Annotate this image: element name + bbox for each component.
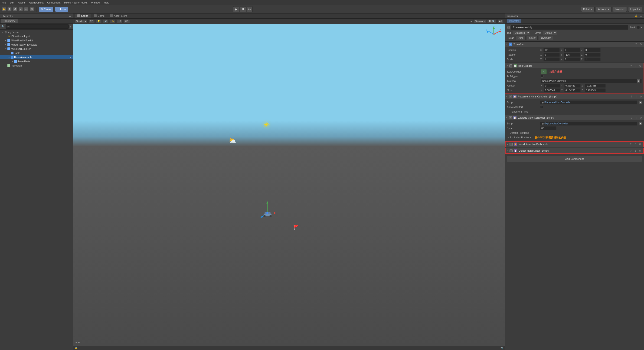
scene-tab[interactable]: Scene <box>75 14 90 18</box>
material-ref[interactable]: None (Physic Material) ◉ <box>541 79 642 83</box>
nearinteraction-overflow[interactable]: ⋮ <box>634 142 637 146</box>
pos-y-input[interactable] <box>564 48 580 52</box>
objectmanipulator-enabled[interactable] <box>510 149 512 152</box>
scale-tool-btn[interactable]: ⤢ <box>18 7 23 12</box>
tree-item-roverparts[interactable]: ▸ RoverParts <box>0 59 73 64</box>
layers-all-btn[interactable]: All 🔍 <box>487 19 496 24</box>
audio-toggle[interactable]: 🔊 <box>103 19 109 24</box>
istrigger-checkbox[interactable] <box>541 75 544 78</box>
rect-tool-btn[interactable]: ▭ <box>24 7 28 12</box>
rot-z-input[interactable] <box>584 53 600 57</box>
shading-btn[interactable]: Shaded ▾ <box>74 19 88 24</box>
center-x-input[interactable] <box>544 84 560 88</box>
transform-tool-btn[interactable]: ⊞ <box>30 7 34 12</box>
nav-arrow-left[interactable]: ◀ <box>470 20 472 23</box>
scale-y-input[interactable] <box>564 57 580 61</box>
hierarchy-add-btn[interactable]: + <box>70 25 72 28</box>
add-component-btn[interactable]: Add Component <box>507 156 642 162</box>
placementhints-enabled[interactable]: ✓ <box>509 95 512 98</box>
tree-item-table[interactable]: Table <box>0 51 73 55</box>
menu-assets[interactable]: Assets <box>18 1 26 4</box>
layer-select[interactable]: Default <box>543 31 557 35</box>
pos-z-input[interactable] <box>584 48 600 52</box>
rover-object[interactable] <box>258 200 276 224</box>
tree-item-roverassembly[interactable]: ▸ RoverAssembly ▸ <box>0 55 73 59</box>
tree-item-myprefab[interactable]: myPrefab <box>0 64 73 68</box>
layout-btn[interactable]: Layout ▾ <box>628 7 642 12</box>
menu-edit[interactable]: Edit <box>10 1 14 4</box>
static-checkbox[interactable] <box>637 26 640 29</box>
size-x-input[interactable] <box>544 88 560 92</box>
search-input[interactable] <box>6 25 69 29</box>
phscript-ref[interactable]: ◉ PlacementHintsController <box>540 100 637 104</box>
menu-gameobject[interactable]: GameObject <box>29 1 44 4</box>
hierarchy-tab[interactable]: ▾ Hierarchy <box>1 19 18 23</box>
explodeview-settings[interactable]: ⚙ <box>639 116 642 119</box>
size-z-input[interactable] <box>585 88 606 92</box>
explodeview-enabled[interactable]: ✓ <box>509 116 512 119</box>
rot-y-input[interactable] <box>564 53 580 57</box>
obj-name-input[interactable] <box>511 25 628 30</box>
hand-tool-btn[interactable]: ✋ <box>2 7 6 12</box>
placementhints-header[interactable]: ▾ ✓ 📋 Placement Hints Controller (Script… <box>505 94 644 99</box>
play-btn[interactable]: ▶ <box>233 6 239 12</box>
tree-item-dirlight[interactable]: ☀ Directional Light <box>0 34 73 38</box>
game-tab[interactable]: Game <box>92 14 107 18</box>
fx-toggle[interactable]: ✨ <box>110 19 116 24</box>
objectmanipulator-header[interactable]: ▸ 📋 Object Manipulator (Script) ? ⋮ ⚙ <box>506 148 643 153</box>
static-toggle[interactable]: Static ▾ <box>630 26 642 29</box>
objectmanipulator-overflow[interactable]: ⋮ <box>634 149 637 152</box>
menu-file[interactable]: File <box>2 1 6 4</box>
pivot-mode-btn[interactable]: ⊕ Center <box>39 7 54 12</box>
pos-x-input[interactable] <box>544 48 560 52</box>
tree-item-roverexplorer[interactable]: ▾ myRoverExplorer <box>0 47 73 51</box>
menu-mrtk[interactable]: Mixed Reality Toolkit <box>64 1 87 4</box>
light-toggle[interactable]: 💡 <box>96 19 102 24</box>
inspector-tab[interactable]: Inspector <box>507 19 522 23</box>
transform-settings[interactable]: ⚙ <box>639 42 642 46</box>
transform-help[interactable]: ? <box>634 42 638 46</box>
boxcollider-overflow[interactable]: ⋮ <box>634 64 638 68</box>
explodeview-header[interactable]: ▾ ✓ 📋 Explode View Controller (Script) ?… <box>505 115 644 120</box>
boxcollider-enabled[interactable]: ✓ <box>509 64 512 67</box>
boxcollider-settings[interactable]: ⚙ <box>638 64 642 68</box>
evscript-pick[interactable]: ◉ <box>639 122 642 125</box>
objectmanipulator-settings[interactable]: ⚙ <box>638 149 642 152</box>
size-y-input[interactable] <box>564 88 580 92</box>
explodeview-overflow[interactable]: ⋮ <box>634 116 638 119</box>
assetstore-tab[interactable]: Asset Store <box>108 14 129 18</box>
objectmanipulator-help[interactable]: ? <box>629 149 632 152</box>
collab-btn[interactable]: Collab ▾ <box>581 7 594 12</box>
phscript-pick[interactable]: ◉ <box>639 101 642 104</box>
editcollider-btn[interactable]: ✎ <box>541 69 547 74</box>
pause-btn[interactable]: ⏸ <box>240 6 246 12</box>
select-btn[interactable]: Select <box>527 36 538 40</box>
rot-x-input[interactable] <box>544 53 560 57</box>
obj-active-checkbox[interactable]: ✓ <box>507 26 510 29</box>
defaultpositions-foldout[interactable]: ▸ Default Positions <box>507 130 642 135</box>
menu-window[interactable]: Window <box>91 1 100 4</box>
placementhints-overflow[interactable]: ⋮ <box>634 95 638 98</box>
move-tool-btn[interactable]: ✥ <box>8 7 12 12</box>
menu-component[interactable]: Component <box>47 1 60 4</box>
placementhints-foldout[interactable]: ▸ Placement Hints <box>507 109 642 114</box>
scene-panel-menu[interactable]: ⋮ <box>499 14 503 18</box>
transform-header[interactable]: ▾ ⤢ Transform ? ⚙ <box>505 42 644 47</box>
rotate-tool-btn[interactable]: ↺ <box>13 7 17 12</box>
nearinteraction-settings[interactable]: ⚙ <box>638 142 642 146</box>
tree-item-mrps[interactable]: ▸ MixedRealityPlayspace <box>0 43 73 47</box>
placementhints-help[interactable]: ? <box>630 95 633 98</box>
scale-x-input[interactable] <box>544 57 560 61</box>
space-mode-btn[interactable]: ⊹ Local <box>55 7 68 12</box>
tag-select[interactable]: Untagged <box>513 31 530 35</box>
center-y-input[interactable] <box>564 84 580 88</box>
boxcollider-help[interactable]: ? <box>629 64 633 68</box>
menu-help[interactable]: Help <box>104 1 110 4</box>
scene-view[interactable]: Y X Z ☀ ⛅ 🚩 <box>73 24 505 346</box>
gizmos-btn[interactable]: Gizmos ▾ <box>473 19 486 24</box>
layers-btn[interactable]: Layers ▾ <box>613 7 627 12</box>
inspector-lock-btn[interactable]: 🔒 <box>635 15 638 18</box>
explodedpositions-foldout[interactable]: ▸ Exploded Positions 操作3D对象需要增加的内容 <box>507 135 642 140</box>
overrides-btn[interactable]: Overrides <box>539 36 553 40</box>
evspeed-input[interactable] <box>540 126 556 130</box>
